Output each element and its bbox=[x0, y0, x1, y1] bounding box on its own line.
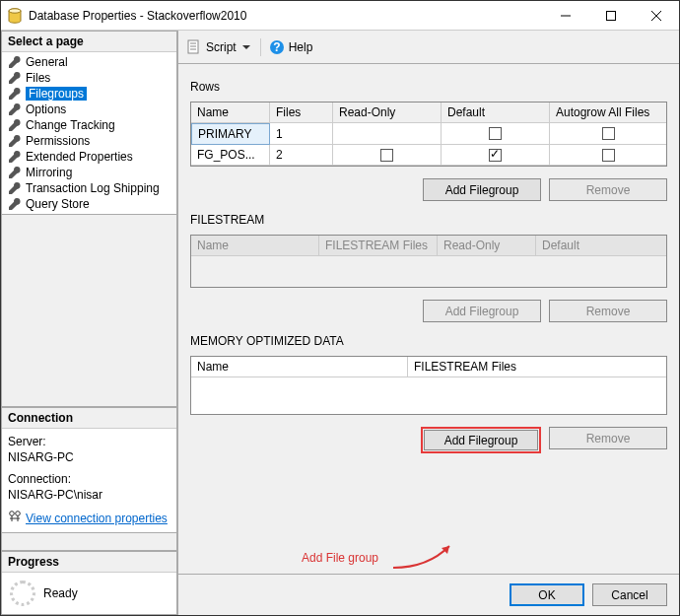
checkbox[interactable] bbox=[489, 127, 502, 140]
svg-text:?: ? bbox=[273, 40, 280, 54]
svg-point-1 bbox=[9, 8, 21, 12]
progress-ring-icon bbox=[10, 581, 35, 606]
dropdown-arrow-icon bbox=[242, 43, 250, 51]
col-name-header[interactable]: Name bbox=[191, 103, 270, 123]
checkbox[interactable] bbox=[602, 127, 615, 140]
nav-item-query-store[interactable]: Query Store bbox=[2, 196, 176, 212]
nav-item-extended-properties[interactable]: Extended Properties bbox=[2, 149, 176, 165]
connection-label: Connection: bbox=[8, 472, 170, 486]
connection-value: NISARG-PC\nisar bbox=[8, 488, 170, 502]
progress-header: Progress bbox=[2, 552, 176, 573]
script-label: Script bbox=[206, 40, 237, 54]
fs-col-fsfiles-header[interactable]: FILESTREAM Files bbox=[319, 236, 438, 256]
memopt-grid[interactable]: Name FILESTREAM Files bbox=[190, 356, 667, 415]
wrench-icon bbox=[8, 181, 22, 195]
cell-files[interactable]: 2 bbox=[270, 145, 333, 166]
nav-item-label: Extended Properties bbox=[26, 150, 133, 164]
nav-item-mirroring[interactable]: Mirroring bbox=[2, 165, 176, 180]
filestream-section-label: FILESTREAM bbox=[190, 213, 667, 227]
cancel-button[interactable]: Cancel bbox=[592, 583, 667, 606]
wrench-icon bbox=[8, 118, 22, 132]
rows-section-label: Rows bbox=[190, 80, 667, 94]
cell-files[interactable]: 1 bbox=[270, 123, 333, 145]
cell-default[interactable] bbox=[442, 145, 550, 166]
dialog-button-bar: OK Cancel bbox=[178, 574, 679, 615]
annotation-arrow-icon bbox=[388, 538, 467, 578]
server-value: NISARG-PC bbox=[8, 450, 170, 464]
col-readonly-header[interactable]: Read-Only bbox=[333, 103, 442, 123]
nav-item-label: Files bbox=[26, 71, 50, 85]
col-files-header[interactable]: Files bbox=[270, 103, 333, 123]
memopt-add-filegroup-button[interactable]: Add Filegroup bbox=[424, 430, 538, 450]
select-page-header: Select a page bbox=[2, 32, 176, 52]
nav-item-permissions[interactable]: Permissions bbox=[2, 133, 176, 149]
window-title: Database Properties - Stackoverflow2010 bbox=[29, 9, 543, 23]
nav-item-transaction-log-shipping[interactable]: Transaction Log Shipping bbox=[2, 180, 176, 196]
rows-grid[interactable]: Name Files Read-Only Default Autogrow Al… bbox=[190, 102, 667, 167]
server-label: Server: bbox=[8, 435, 170, 448]
help-label: Help bbox=[289, 40, 313, 54]
nav-item-label: Permissions bbox=[26, 134, 90, 148]
nav-item-general[interactable]: General bbox=[2, 54, 176, 70]
help-button[interactable]: ? Help bbox=[269, 39, 313, 55]
annotation-text: Add File group bbox=[302, 551, 378, 565]
progress-status: Ready bbox=[43, 586, 78, 600]
minimize-button[interactable] bbox=[543, 1, 588, 30]
title-bar: Database Properties - Stackoverflow2010 bbox=[1, 1, 679, 31]
wrench-icon bbox=[8, 103, 22, 116]
highlight-annotation-box: Add Filegroup bbox=[421, 427, 541, 453]
filestream-grid[interactable]: Name FILESTREAM Files Read-Only Default bbox=[190, 235, 667, 288]
filestream-add-filegroup-button: Add Filegroup bbox=[423, 300, 541, 322]
nav-item-files[interactable]: Files bbox=[2, 70, 176, 86]
close-button[interactable] bbox=[634, 1, 679, 30]
checkbox[interactable] bbox=[489, 149, 502, 162]
cell-autogrow[interactable] bbox=[550, 145, 666, 166]
fs-col-name-header[interactable]: Name bbox=[191, 236, 319, 256]
nav-item-label: General bbox=[26, 55, 68, 69]
cell-readonly[interactable] bbox=[333, 145, 442, 166]
wrench-icon bbox=[8, 197, 22, 211]
script-button[interactable]: Script bbox=[186, 39, 250, 55]
nav-item-filegroups[interactable]: Filegroups bbox=[2, 86, 176, 102]
table-row[interactable]: PRIMARY1 bbox=[191, 123, 666, 145]
nav-item-change-tracking[interactable]: Change Tracking bbox=[2, 117, 176, 133]
nav-item-options[interactable]: Options bbox=[2, 102, 176, 117]
maximize-button[interactable] bbox=[588, 1, 634, 30]
table-row[interactable]: FG_POS...2 bbox=[191, 145, 666, 166]
nav-item-label: Mirroring bbox=[26, 166, 72, 179]
cell-default[interactable] bbox=[442, 123, 550, 145]
view-connection-properties-link[interactable]: View connection properties bbox=[26, 512, 168, 525]
toolbar: Script ? Help bbox=[178, 31, 679, 64]
wrench-icon bbox=[8, 150, 22, 164]
col-default-header[interactable]: Default bbox=[442, 103, 550, 123]
wrench-icon bbox=[8, 55, 22, 69]
progress-panel: Progress Ready bbox=[1, 551, 177, 615]
rows-remove-button[interactable]: Remove bbox=[549, 178, 667, 201]
database-icon bbox=[7, 8, 23, 24]
checkbox[interactable] bbox=[602, 149, 615, 162]
ok-button[interactable]: OK bbox=[510, 583, 584, 606]
cell-autogrow[interactable] bbox=[550, 123, 666, 145]
svg-point-6 bbox=[10, 512, 15, 516]
nav-item-label: Filegroups bbox=[26, 87, 87, 101]
svg-rect-3 bbox=[607, 11, 616, 20]
cell-name[interactable]: FG_POS... bbox=[191, 145, 270, 166]
wrench-icon bbox=[8, 166, 22, 179]
fs-col-default-header[interactable]: Default bbox=[536, 236, 666, 256]
wrench-icon bbox=[8, 71, 22, 85]
nav-item-label: Change Tracking bbox=[26, 118, 115, 132]
mo-col-fsfiles-header[interactable]: FILESTREAM Files bbox=[408, 357, 666, 377]
filestream-remove-button: Remove bbox=[549, 300, 667, 322]
select-page-panel: Select a page GeneralFilesFilegroupsOpti… bbox=[1, 31, 177, 215]
cell-name[interactable]: PRIMARY bbox=[191, 123, 270, 145]
checkbox[interactable] bbox=[380, 149, 393, 162]
rows-add-filegroup-button[interactable]: Add Filegroup bbox=[423, 178, 541, 201]
connection-panel: Connection Server: NISARG-PC Connection:… bbox=[1, 407, 177, 533]
panel-spacer bbox=[1, 533, 177, 551]
nav-item-label: Transaction Log Shipping bbox=[26, 181, 160, 195]
cell-readonly[interactable] bbox=[333, 123, 442, 145]
mo-col-name-header[interactable]: Name bbox=[191, 357, 408, 377]
memopt-remove-button: Remove bbox=[549, 427, 667, 449]
fs-col-readonly-header[interactable]: Read-Only bbox=[438, 236, 536, 256]
col-autogrow-header[interactable]: Autogrow All Files bbox=[550, 103, 666, 123]
